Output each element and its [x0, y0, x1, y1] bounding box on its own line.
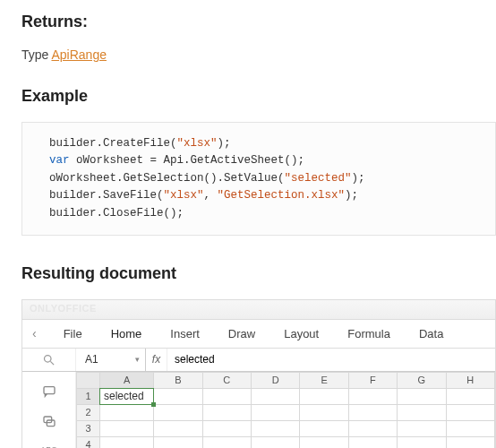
cell[interactable] — [348, 404, 397, 420]
cell[interactable] — [154, 436, 202, 448]
tab-home[interactable]: Home — [97, 327, 157, 340]
row-header[interactable]: 3 — [77, 420, 100, 436]
dropdown-icon: ▾ — [135, 355, 140, 364]
table-row: 4 — [77, 436, 495, 448]
cell[interactable] — [154, 420, 202, 436]
gutter-search[interactable] — [22, 349, 76, 371]
row-header[interactable]: 1 — [77, 388, 100, 404]
titlebar: ONLYOFFICE — [22, 300, 495, 320]
col-header[interactable]: D — [252, 372, 300, 388]
cell[interactable] — [446, 436, 494, 448]
cell[interactable] — [100, 404, 154, 420]
tab-formula[interactable]: Formula — [333, 327, 405, 340]
col-header[interactable]: C — [202, 372, 251, 388]
tab-layout[interactable]: Layout — [269, 327, 333, 340]
cell[interactable] — [154, 388, 202, 404]
svg-point-0 — [45, 355, 52, 362]
app-logo: ONLYOFFICE — [30, 303, 97, 314]
cell[interactable] — [398, 436, 447, 448]
tab-data[interactable]: Data — [405, 327, 458, 340]
tab-file[interactable]: File — [49, 327, 97, 340]
type-line: Type ApiRange — [21, 47, 496, 62]
cell[interactable] — [252, 420, 300, 436]
cell[interactable] — [300, 388, 348, 404]
cell[interactable] — [202, 404, 251, 420]
table-row: 3 — [77, 420, 495, 436]
fx-label: fx — [146, 349, 167, 371]
name-box[interactable]: A1 ▾ — [76, 349, 146, 371]
cell[interactable] — [300, 436, 348, 448]
col-header[interactable]: H — [446, 372, 494, 388]
cell[interactable] — [446, 388, 494, 404]
left-toolbar: ABC — [22, 372, 76, 448]
svg-line-1 — [50, 361, 54, 365]
cell[interactable] — [446, 420, 494, 436]
cell[interactable] — [398, 388, 447, 404]
apirange-link[interactable]: ApiRange — [51, 47, 107, 62]
cell[interactable] — [252, 404, 300, 420]
cell[interactable] — [202, 436, 251, 448]
example-heading: Example — [21, 87, 496, 106]
cell-a1[interactable]: selected — [100, 388, 154, 404]
cell[interactable] — [348, 420, 397, 436]
tab-draw[interactable]: Draw — [214, 327, 269, 340]
cell[interactable] — [398, 420, 447, 436]
cell[interactable] — [202, 420, 251, 436]
col-header-row: A B C D E F G H — [77, 372, 495, 388]
row-header[interactable]: 4 — [77, 436, 100, 448]
cell[interactable] — [348, 388, 397, 404]
col-header[interactable]: G — [398, 372, 447, 388]
col-header[interactable]: F — [348, 372, 397, 388]
formula-bar: A1 ▾ fx — [22, 349, 495, 372]
cell[interactable] — [154, 404, 202, 420]
cell[interactable] — [348, 436, 397, 448]
table-row: 1 selected — [77, 388, 495, 404]
cell[interactable] — [252, 388, 300, 404]
name-box-value: A1 — [85, 353, 98, 366]
comment-icon[interactable] — [42, 384, 56, 399]
cell[interactable] — [252, 436, 300, 448]
menu-tabbar: ‹ File Home Insert Draw Layout Formula D… — [22, 320, 495, 349]
row-header[interactable]: 2 — [77, 404, 100, 420]
col-header[interactable]: B — [154, 372, 202, 388]
spreadsheet-grid[interactable]: A B C D E F G H 1 selected 2 — [76, 372, 495, 448]
cell[interactable] — [398, 404, 447, 420]
formula-input[interactable] — [167, 349, 495, 371]
resulting-heading: Resulting document — [21, 264, 496, 283]
cell[interactable] — [300, 420, 348, 436]
tab-insert[interactable]: Insert — [156, 327, 214, 340]
cell[interactable] — [300, 404, 348, 420]
cell[interactable] — [100, 436, 154, 448]
spreadsheet-app: ONLYOFFICE ‹ File Home Insert Draw Layou… — [21, 299, 496, 448]
table-row: 2 — [77, 404, 495, 420]
search-icon — [42, 353, 56, 366]
select-all-corner[interactable] — [77, 372, 100, 388]
cell[interactable] — [446, 404, 494, 420]
chevron-left-icon[interactable]: ‹ — [27, 326, 42, 340]
chat-icon[interactable] — [42, 415, 56, 429]
returns-heading: Returns: — [21, 13, 496, 31]
type-prefix: Type — [21, 47, 51, 62]
cell[interactable] — [100, 420, 154, 436]
col-header[interactable]: A — [100, 372, 154, 388]
code-block: builder.CreateFile("xlsx"); var oWorkshe… — [21, 122, 496, 236]
svg-rect-2 — [44, 387, 55, 394]
svg-rect-3 — [44, 417, 52, 423]
col-header[interactable]: E — [300, 372, 348, 388]
cell[interactable] — [202, 388, 251, 404]
